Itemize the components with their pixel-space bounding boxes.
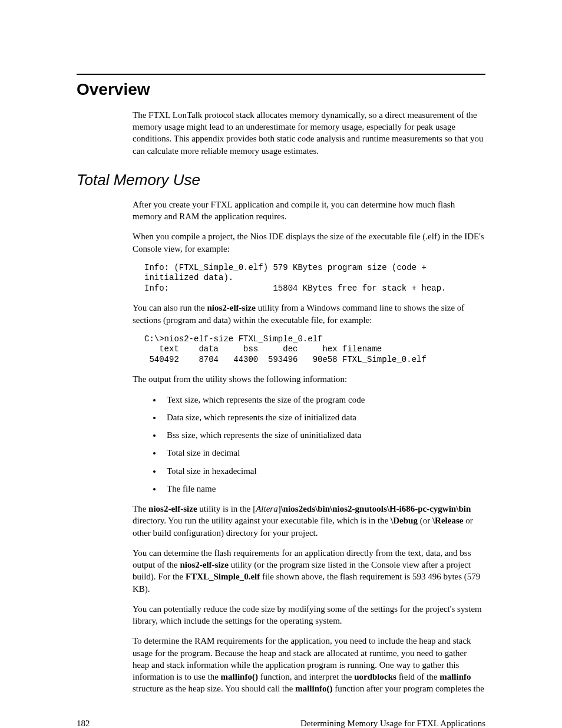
bold-mallinfo: mallinfo() <box>221 672 258 681</box>
tm-paragraph-4: The output from the utility shows the fo… <box>133 373 485 385</box>
bold-path: \nios2eds\bin\nios2-gnutools\H-i686-pc-c… <box>281 504 471 513</box>
code-block-2: C:\>nios2-elf-size FTXL_Simple_0.elf tex… <box>144 334 485 365</box>
heading-total-memory-use: Total Memory Use <box>77 170 485 190</box>
code-block-1: Info: (FTXL_Simple_0.elf) 579 KBytes pro… <box>144 263 485 294</box>
page-footer: 182 Determining Memory Usage for FTXL Ap… <box>77 717 485 728</box>
text-part: field of the <box>396 672 439 681</box>
list-item: Total size in hexadecimal <box>162 465 485 477</box>
bold-utility-name: nios2-elf-size <box>207 303 255 312</box>
tm-paragraph-5: The nios2-elf-size utility is in the [Al… <box>133 503 485 539</box>
output-info-list: Text size, which represents the size of … <box>162 394 485 495</box>
tm-paragraph-7: You can potentially reduce the code size… <box>133 603 485 627</box>
heading-overview: Overview <box>77 74 485 101</box>
list-item: The file name <box>162 483 485 495</box>
list-item: Data size, which represents the size of … <box>162 411 485 423</box>
text-part: structure as the heap size. You should c… <box>133 684 295 693</box>
list-item: Text size, which represents the size of … <box>162 394 485 406</box>
footer-title: Determining Memory Usage for FTXL Applic… <box>300 717 485 728</box>
tm-paragraph-1: After you create your FTXL application a… <box>133 199 485 223</box>
text-part: function after your program completes th… <box>333 684 484 693</box>
tm-paragraph-2: When you compile a project, the Nios IDE… <box>133 230 485 255</box>
tm-paragraph-8: To determine the RAM requirements for th… <box>133 635 485 694</box>
tm-paragraph-6: You can determine the flash requirements… <box>133 547 485 595</box>
text-part: (or <box>418 516 432 525</box>
bold-mallinfo-struct: mallinfo <box>439 672 471 681</box>
list-item: Bss size, which represents the size of u… <box>162 429 485 441</box>
text-part: utility is in the [ <box>197 504 256 513</box>
bold-debug: \Debug <box>391 516 418 525</box>
overview-paragraph-1: The FTXL LonTalk protocol stack allocate… <box>133 109 485 157</box>
bold-mallinfo-fn: mallinfo() <box>295 684 332 693</box>
bold-utility-name: nios2-elf-size <box>148 504 197 513</box>
bold-release: \Release <box>432 516 463 525</box>
page-number: 182 <box>77 717 90 728</box>
italic-altera: Altera <box>256 504 278 513</box>
bold-filename: FTXL_Simple_0.elf <box>186 572 260 581</box>
text-part: The <box>133 504 148 513</box>
list-item: Total size in decimal <box>162 447 485 459</box>
tm-paragraph-3: You can also run the nios2-elf-size util… <box>133 302 485 326</box>
text-part: You can also run the <box>133 303 207 312</box>
text-part: directory. You run the utility against y… <box>133 516 391 525</box>
bold-uordblocks: uordblocks <box>354 672 396 681</box>
bold-utility-name: nios2-elf-size <box>180 560 228 569</box>
text-part: function, and interpret the <box>258 672 354 681</box>
